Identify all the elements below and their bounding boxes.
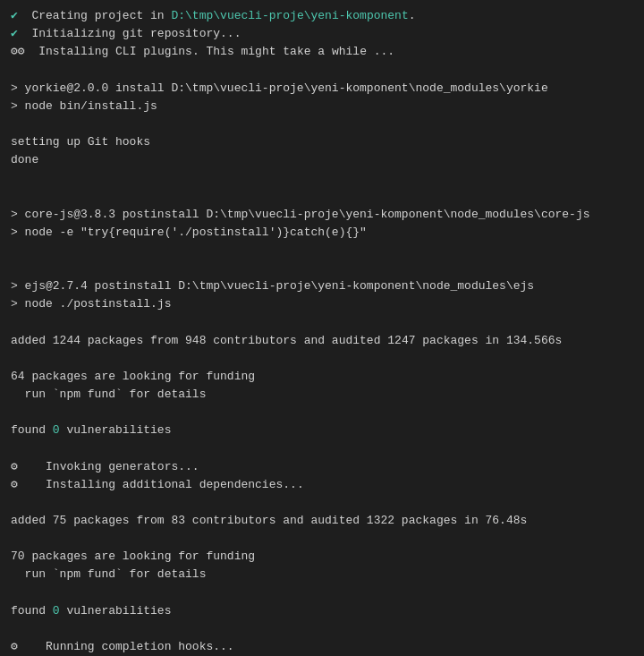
empty-line-8 (11, 350, 633, 368)
empty-line-11 (11, 494, 633, 512)
line-npm-fund-2: run `npm fund` for details (11, 566, 633, 584)
empty-line-7 (11, 313, 633, 331)
line-vuln-1: found 0 vulnerabilities (11, 422, 633, 439)
empty-line-9 (11, 404, 633, 422)
line-invoking-gen: ⚙ Invoking generators... (11, 458, 633, 476)
line-node-postinstall: > node ./postinstall.js (11, 295, 633, 313)
line-added-packages-2: added 75 packages from 83 contributors a… (11, 512, 633, 530)
empty-line-2 (11, 115, 633, 133)
checkmark-icon-2: ✔ (11, 27, 18, 40)
empty-line-4 (11, 187, 633, 205)
line-vuln-2: found 0 vulnerabilities (11, 602, 633, 620)
checkmark-icon: ✔ (11, 9, 18, 22)
line-node-bin: > node bin/install.js (11, 98, 633, 115)
line-installing-cli: ⚙⚙ Installing CLI plugins. This might ta… (11, 43, 633, 61)
empty-line-1 (11, 61, 633, 79)
line-funding-2: 70 packages are looking for funding (11, 548, 633, 566)
vuln-count-2: 0 (53, 604, 60, 618)
line-npm-fund-1: run `npm fund` for details (11, 386, 633, 404)
line-creating-project: ✔ Creating project in D:\tmp\vuecli-proj… (11, 7, 633, 25)
line-init-git: ✔ Initializing git repository... (11, 25, 633, 43)
empty-line-12 (11, 530, 633, 548)
empty-line-10 (11, 439, 633, 457)
empty-line-5 (11, 242, 633, 260)
vuln-count-1: 0 (53, 423, 60, 437)
terminal-window: ✔ Creating project in D:\tmp\vuecli-proj… (0, 0, 644, 656)
empty-line-6 (11, 260, 633, 277)
line-node-e: > node -e "try{require('./postinstall')}… (11, 224, 633, 242)
line-installing-additional: ⚙ Installing additional dependencies... (11, 476, 633, 494)
line-added-packages-1: added 1244 packages from 948 contributor… (11, 332, 633, 350)
line-funding-1: 64 packages are looking for funding (11, 368, 633, 386)
empty-line-13 (11, 584, 633, 602)
line-ejs: > ejs@2.7.4 postinstall D:\tmp\vuecli-pr… (11, 277, 633, 295)
line-done: done (11, 151, 633, 169)
empty-line-3 (11, 169, 633, 187)
line-yorkie: > yorkie@2.0.0 install D:\tmp\vuecli-pro… (11, 80, 633, 98)
empty-line-14 (11, 620, 633, 638)
line-setting-up: setting up Git hooks (11, 133, 633, 151)
line-corejs: > core-js@3.8.3 postinstall D:\tmp\vuecl… (11, 206, 633, 224)
line-completion-hooks: ⚙ Running completion hooks... (11, 638, 633, 656)
